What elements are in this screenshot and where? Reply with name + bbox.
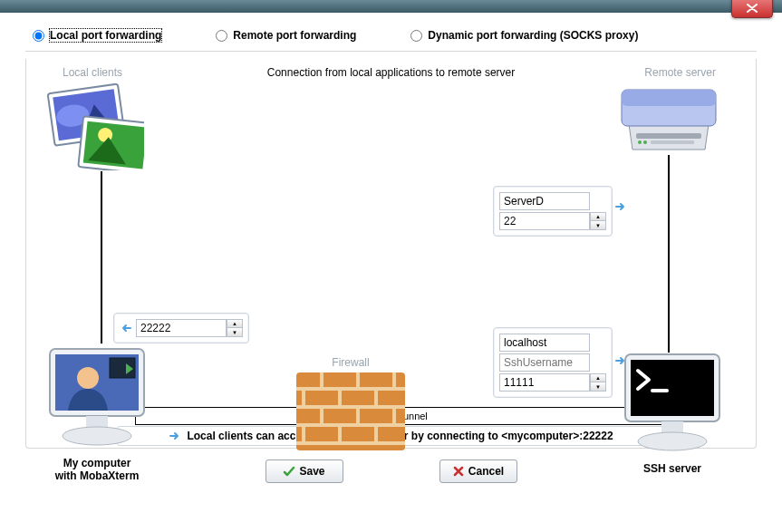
svg-point-9	[638, 140, 642, 144]
ssh-host-input[interactable]	[499, 334, 590, 352]
svg-point-17	[63, 427, 131, 445]
close-icon	[746, 4, 758, 13]
my-computer-label: My computer	[43, 457, 151, 469]
ssh-port-input[interactable]	[499, 373, 590, 392]
line-local	[101, 171, 102, 343]
firewall-label: Firewall	[294, 356, 407, 369]
arrow-left-icon	[120, 322, 132, 334]
radio-dynamic-input[interactable]	[410, 30, 422, 42]
title-bar	[0, 0, 782, 13]
svg-point-39	[638, 432, 707, 450]
svg-point-14	[77, 367, 99, 389]
arrow-right-icon	[614, 354, 627, 367]
ssh-server-group: ▲▼	[493, 327, 613, 398]
arrow-right-icon	[614, 200, 627, 213]
local-port-input[interactable]	[136, 319, 227, 337]
dialog-body: Local port forwarding Remote port forwar…	[0, 13, 782, 532]
radio-dynamic-label: Dynamic port forwarding (SOCKS proxy)	[428, 29, 638, 42]
remote-port-spinner[interactable]: ▲▼	[590, 212, 606, 230]
svg-rect-36	[631, 360, 714, 416]
remote-server-group: ▲▼	[493, 186, 613, 237]
svg-rect-18	[296, 372, 405, 450]
description-label: Connection from local applications to re…	[208, 66, 574, 79]
check-icon	[283, 465, 295, 478]
save-label: Save	[299, 465, 324, 478]
local-port-group: ▲▼	[113, 313, 249, 343]
ssh-server-icon: SSH server	[618, 347, 727, 456]
cancel-button[interactable]: Cancel	[439, 459, 517, 483]
cancel-label: Cancel	[468, 465, 504, 478]
with-mobaxterm-label: with MobaXterm	[43, 469, 151, 482]
ssh-port-spinner[interactable]: ▲▼	[590, 373, 606, 392]
arrow-right-icon	[169, 430, 181, 442]
save-button[interactable]: Save	[265, 459, 343, 483]
diagram-panel: Local clients Connection from local appl…	[25, 59, 757, 449]
radio-remote-port-forwarding[interactable]: Remote port forwarding	[216, 29, 356, 42]
radio-local-input[interactable]	[33, 30, 44, 42]
radio-remote-input[interactable]	[216, 30, 227, 42]
ssh-user-input[interactable]	[499, 353, 590, 372]
firewall-icon: Firewall	[294, 356, 407, 455]
cross-icon	[452, 465, 465, 478]
forwarding-type-group: Local port forwarding Remote port forwar…	[25, 25, 757, 52]
svg-rect-7	[622, 90, 716, 106]
my-computer-icon: My computer with MobaXterm	[43, 342, 151, 450]
line-remote	[668, 155, 670, 353]
radio-local-label: Local port forwarding	[50, 29, 161, 42]
remote-server-label: Remote server	[644, 66, 716, 79]
remote-port-input[interactable]	[499, 212, 590, 230]
radio-dynamic-port-forwarding[interactable]: Dynamic port forwarding (SOCKS proxy)	[410, 29, 638, 42]
local-clients-label: Local clients	[63, 66, 122, 79]
radio-local-port-forwarding[interactable]: Local port forwarding	[33, 29, 161, 42]
local-clients-icon	[46, 83, 144, 170]
svg-point-10	[643, 140, 647, 144]
local-port-spinner[interactable]: ▲▼	[227, 319, 243, 337]
ssh-server-label: SSH server	[618, 462, 727, 475]
svg-rect-11	[651, 140, 694, 144]
remote-host-input[interactable]	[499, 192, 590, 210]
remote-server-icon	[618, 84, 719, 157]
radio-remote-label: Remote port forwarding	[233, 29, 356, 42]
svg-rect-8	[636, 133, 701, 139]
